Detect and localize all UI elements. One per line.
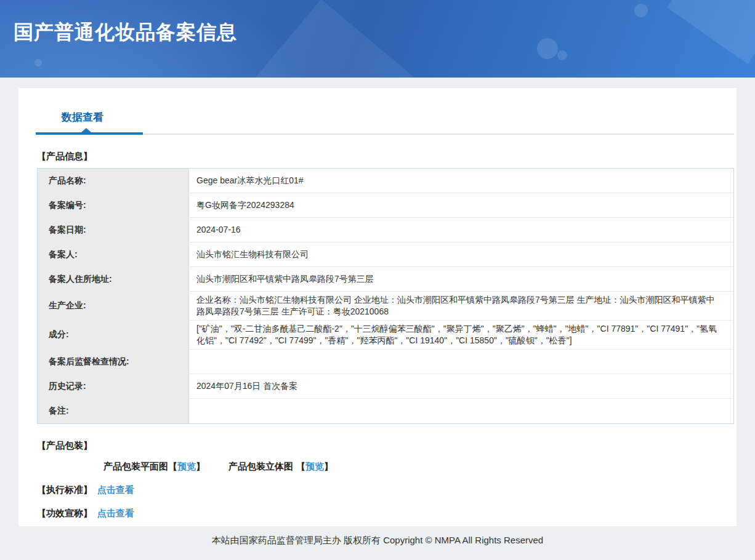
efficacy-view-link[interactable]: 点击查看 bbox=[97, 508, 134, 518]
standard-row: 【执行标准】点击查看 bbox=[37, 484, 737, 496]
bracket: 】 bbox=[324, 461, 333, 471]
banner-decoration-diamond bbox=[203, 0, 463, 78]
row-label: 产品名称: bbox=[38, 169, 189, 193]
tab-bar: 数据查看 bbox=[36, 88, 734, 135]
table-row: 产品名称: Gege bear冰萃水光口红01# bbox=[38, 169, 733, 193]
product-info-table: 产品名称: Gege bear冰萃水光口红01# 备案编号: 粤G妆网备字202… bbox=[37, 168, 734, 424]
page-title: 国产普通化妆品备案信息 bbox=[14, 19, 237, 46]
row-label: 备案后监督检查情况: bbox=[38, 350, 189, 374]
row-value bbox=[189, 350, 733, 374]
banner-decoration-corner bbox=[667, 0, 755, 64]
row-label: 备案人住所地址: bbox=[38, 267, 189, 291]
row-label: 生产企业: bbox=[38, 292, 189, 320]
stereo-view-preview-link[interactable]: 预览 bbox=[305, 461, 324, 471]
row-label: 备案日期: bbox=[38, 218, 189, 242]
row-value: 2024-07-16 bbox=[189, 218, 733, 242]
packaging-links-row: 产品包装平面图【预览】产品包装立体图【预览】 bbox=[103, 461, 737, 473]
banner-decoration-dot bbox=[34, 59, 42, 66]
table-row: 备案后监督检查情况: bbox=[38, 350, 733, 374]
efficacy-heading: 【功效宣称】 bbox=[37, 508, 92, 518]
stereo-view-label: 产品包装立体图 bbox=[228, 461, 293, 471]
tab-active-indicator bbox=[36, 132, 143, 135]
banner-decoration-dot bbox=[537, 38, 558, 59]
table-row: 备注: bbox=[38, 399, 733, 423]
row-label: 成分: bbox=[38, 321, 189, 349]
banner-decoration-dot bbox=[557, 50, 567, 60]
row-label: 备案人: bbox=[38, 242, 189, 266]
flat-view-preview-link[interactable]: 预览 bbox=[177, 461, 196, 471]
row-value: 汕头市铭汇生物科技有限公司 bbox=[189, 242, 733, 266]
row-value: 企业名称：汕头市铭汇生物科技有限公司 企业地址：汕头市潮阳区和平镇紫中路凤皋路段… bbox=[189, 292, 733, 320]
content-card: 数据查看 【产品信息】 产品名称: Gege bear冰萃水光口红01# 备案编… bbox=[18, 88, 737, 526]
flat-view-label: 产品包装平面图 bbox=[103, 461, 168, 471]
row-value: ["矿油"，"双-二甘油多酰基己二酸酯-2"，"十三烷醇偏苯三酸酯"，"聚异丁烯… bbox=[189, 321, 733, 349]
row-value bbox=[189, 399, 733, 423]
standard-heading: 【执行标准】 bbox=[37, 484, 92, 495]
row-label: 历史记录: bbox=[38, 374, 189, 398]
packaging-heading: 【产品包装】 bbox=[37, 440, 737, 452]
page-header: 国产普通化妆品备案信息 bbox=[0, 0, 755, 78]
bracket: 【 bbox=[168, 461, 177, 471]
table-row: 生产企业: 企业名称：汕头市铭汇生物科技有限公司 企业地址：汕头市潮阳区和平镇紫… bbox=[38, 292, 733, 321]
banner-decoration-dot bbox=[634, 4, 648, 17]
bracket: 【 bbox=[296, 461, 305, 471]
row-value: Gege bear冰萃水光口红01# bbox=[189, 169, 733, 193]
tab-active-triangle-icon bbox=[81, 128, 91, 132]
table-row: 备案编号: 粤G妆网备字2024293284 bbox=[38, 193, 733, 218]
bracket: 】 bbox=[196, 461, 205, 471]
row-label: 备案编号: bbox=[38, 193, 189, 217]
row-value: 2024年07月16日 首次备案 bbox=[189, 374, 733, 398]
efficacy-row: 【功效宣称】点击查看 bbox=[37, 508, 737, 519]
page-footer: 本站由国家药品监督管理局主办 版权所有 Copyright © NMPA All… bbox=[0, 526, 755, 546]
table-row: 备案日期: 2024-07-16 bbox=[38, 218, 733, 242]
row-value: 粤G妆网备字2024293284 bbox=[189, 193, 733, 217]
standard-view-link[interactable]: 点击查看 bbox=[97, 484, 134, 495]
product-info-heading: 【产品信息】 bbox=[37, 151, 737, 162]
row-label: 备注: bbox=[38, 399, 189, 423]
table-row: 备案人: 汕头市铭汇生物科技有限公司 bbox=[38, 242, 733, 267]
table-row: 成分: ["矿油"，"双-二甘油多酰基己二酸酯-2"，"十三烷醇偏苯三酸酯"，"… bbox=[38, 321, 733, 350]
table-row: 历史记录: 2024年07月16日 首次备案 bbox=[38, 374, 733, 399]
table-row: 备案人住所地址: 汕头市潮阳区和平镇紫中路凤皋路段7号第三层 bbox=[38, 267, 733, 292]
row-value: 汕头市潮阳区和平镇紫中路凤皋路段7号第三层 bbox=[189, 267, 733, 291]
